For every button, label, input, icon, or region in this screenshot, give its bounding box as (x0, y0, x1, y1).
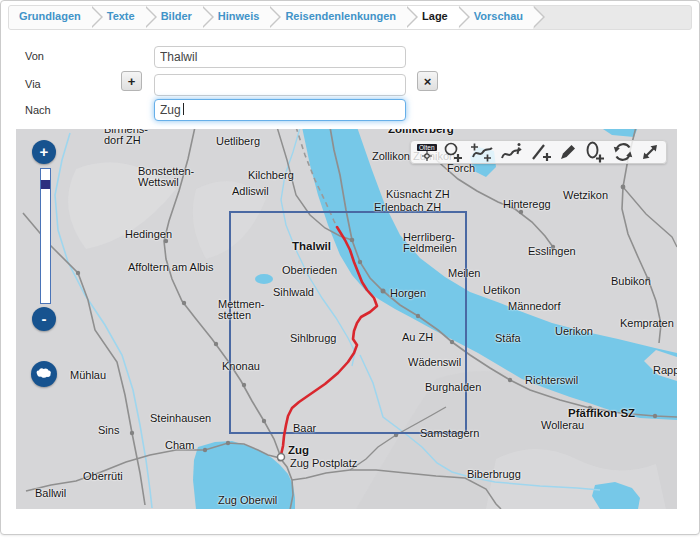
zoom-slider[interactable] (40, 168, 51, 304)
route-info-icon[interactable] (500, 141, 524, 163)
home-extent-button[interactable] (31, 361, 57, 387)
von-input[interactable] (154, 46, 406, 68)
map-drawing-toolbar: Olten (410, 140, 667, 164)
map-canvas[interactable]: Birmens- dorf ZHUetlibergZollikerbergZol… (16, 129, 677, 509)
zoom-out-button[interactable]: - (32, 307, 56, 331)
nach-label: Nach (25, 104, 51, 116)
edit-pencil-icon[interactable] (558, 141, 578, 163)
switzerland-icon (35, 366, 53, 380)
fullscreen-icon[interactable] (640, 141, 660, 163)
von-label: Von (25, 50, 44, 62)
text-caret (183, 103, 184, 115)
breadcrumb-tabbar: GrundlagenTexteBilderHinweisReisendenlen… (8, 5, 692, 30)
map-base-layer (16, 129, 677, 509)
zoom-in-button[interactable]: + (32, 140, 56, 164)
nach-input[interactable] (154, 99, 406, 121)
add-ellipse-icon[interactable] (584, 141, 606, 163)
add-circle-icon[interactable] (442, 141, 464, 163)
add-line-icon[interactable] (530, 141, 552, 163)
via-label: Via (25, 78, 41, 90)
via-input[interactable] (154, 74, 406, 96)
place-label-tool-icon[interactable]: Olten (417, 141, 437, 163)
zoom-slider-handle[interactable] (41, 180, 50, 189)
via-add-button[interactable]: + (121, 71, 142, 91)
label-badge: Olten (417, 144, 437, 151)
refresh-icon[interactable] (612, 141, 634, 163)
add-route-icon[interactable] (470, 141, 494, 163)
tab-grundlagen[interactable]: Grundlagen (9, 6, 91, 29)
via-remove-button[interactable]: × (417, 71, 438, 91)
tab-reisendenlenkungen[interactable]: Reisendenlenkungen (269, 6, 406, 29)
